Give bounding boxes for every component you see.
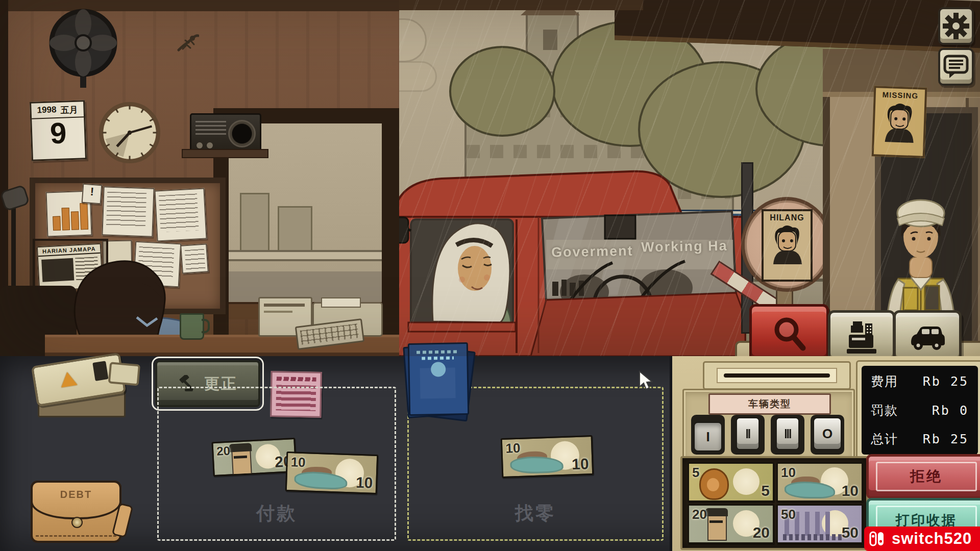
- device-switch: [92, 361, 108, 381]
- bill-value: 20: [216, 443, 231, 458]
- radio-knob: [207, 142, 213, 148]
- game-screen: Goverment Working Ha HILANG: [0, 0, 980, 551]
- city-tower: [278, 206, 312, 257]
- bill-value: 50: [842, 524, 859, 541]
- switch-glyph: O: [813, 417, 842, 450]
- bill-art: [783, 534, 842, 540]
- fine-label: 罚款: [871, 402, 898, 419]
- switch-glyph: III: [776, 417, 799, 450]
- guardrail: [229, 250, 382, 261]
- switch-glyph: II: [736, 417, 760, 450]
- fee-label: 费用: [871, 373, 898, 390]
- reject-button-label: 拒绝: [910, 467, 943, 486]
- banner-text-left: Goverment: [551, 243, 633, 261]
- fee-display: 费用 Rb 25 罚款 Rb 0 总计 Rb 25: [862, 366, 978, 455]
- lizard: [176, 33, 199, 53]
- fee-display-frame: 费用 Rb 25 罚款 Rb 0 总计 Rb 25: [856, 360, 980, 460]
- vehicle-class-switch-3[interactable]: III: [771, 415, 804, 455]
- dialog-button[interactable]: [938, 48, 974, 86]
- bill-portrait: [707, 512, 727, 541]
- missing-boy-portrait: [883, 101, 916, 144]
- vehicle-class-switch-1[interactable]: I: [691, 415, 725, 455]
- bill-value: 50: [781, 507, 796, 522]
- vehicle-button[interactable]: [893, 310, 962, 356]
- inspect-button[interactable]: [749, 304, 829, 356]
- total-value: Rb 25: [923, 432, 969, 446]
- pamphlet-stack[interactable]: [403, 343, 480, 417]
- reject-button[interactable]: 拒绝: [866, 454, 980, 499]
- warning-triangle-icon: [59, 371, 78, 388]
- toll-scene: Goverment Working Ha HILANG: [0, 0, 980, 356]
- door-sill: [408, 322, 516, 332]
- wall-fan: [45, 3, 121, 91]
- exclamation-note: !: [82, 184, 103, 205]
- bill-value: 20: [692, 507, 707, 522]
- bill-portrait: [231, 447, 252, 477]
- fine-row: 罚款 Rb 0: [871, 402, 969, 419]
- calendar-year: 1998: [37, 105, 57, 117]
- radio-speaker: [228, 120, 256, 147]
- truck-hood: [531, 293, 745, 356]
- wall-calendar: 1998 五月 9: [30, 100, 87, 161]
- radio-grill: [195, 121, 226, 136]
- cash-drawer: 5 5 10 10 20 20: [680, 456, 868, 550]
- cash-register-button[interactable]: [828, 310, 895, 356]
- vehicle-class-switch-2[interactable]: II: [731, 415, 765, 455]
- ticket-slot[interactable]: [703, 361, 851, 390]
- settings-button[interactable]: [938, 7, 974, 45]
- radio: [190, 113, 261, 153]
- speech-bubble-icon: [943, 55, 969, 79]
- debt-wallet[interactable]: DEBT: [31, 481, 121, 543]
- vehicle-class-switch-0[interactable]: O: [811, 415, 844, 455]
- drawer-bill-10[interactable]: 10 10: [776, 462, 863, 502]
- rearview-mirror: [605, 215, 635, 239]
- pinned-note: [154, 188, 207, 242]
- ticket-slot-slit: [724, 373, 830, 378]
- fine-value: Rb 0: [932, 403, 969, 418]
- missing-poster-title: MISSING: [876, 90, 925, 100]
- toll-desk-hud: 更正 付款 找零 20 20 10 10 10 10: [0, 356, 980, 551]
- watermark-text: switch520: [890, 527, 980, 551]
- bill-value: 10: [781, 465, 796, 481]
- hilang-poster: HILANG: [762, 209, 813, 282]
- car-icon: [909, 325, 946, 350]
- reject-button-plate: 拒绝: [876, 462, 977, 491]
- city-tower: [240, 193, 270, 255]
- change-bill-10[interactable]: 10 10: [501, 435, 594, 478]
- total-row: 总计 Rb 25: [871, 431, 969, 447]
- drawer-bill-50[interactable]: 50 50: [776, 504, 863, 544]
- gear-icon: [943, 13, 969, 39]
- site-watermark: switch520: [864, 527, 980, 551]
- total-label: 总计: [871, 431, 898, 447]
- hilang-poster-title: HILANG: [764, 213, 811, 222]
- bill-value: 5: [692, 465, 699, 481]
- payment-bill-10[interactable]: 10 10: [285, 452, 379, 494]
- drawer-bill-20[interactable]: 20 20: [688, 504, 774, 544]
- cash-register-icon: [847, 321, 876, 354]
- payment-zone-label: 付款: [159, 501, 395, 526]
- change-zone-label: 找零: [409, 501, 662, 526]
- vehicle-type-label: 车辆类型: [708, 393, 831, 415]
- radio-knob: [197, 142, 203, 148]
- calendar-day: 9: [32, 117, 85, 149]
- pinned-note: [102, 186, 154, 237]
- calendar-month: 五月: [60, 104, 78, 116]
- pamphlet-top: [408, 342, 469, 416]
- bill-value: 10: [842, 482, 859, 499]
- bill-value: 10: [355, 474, 373, 492]
- drawer-bill-5[interactable]: 5 5: [688, 462, 774, 502]
- fee-value: Rb 25: [923, 374, 969, 389]
- missing-poster: MISSING: [872, 86, 927, 158]
- magnifier-icon: [769, 314, 809, 355]
- banner-text-right: Working Ha: [641, 238, 728, 256]
- wall-clock: [99, 102, 160, 163]
- wallet-label: DEBT: [31, 489, 121, 500]
- fee-row: 费用 Rb 25: [871, 373, 969, 390]
- tree: [449, 46, 555, 137]
- mouse-cursor: [638, 370, 655, 391]
- payment-bill-20[interactable]: 20 20: [211, 438, 297, 477]
- device-nozzle: [108, 362, 140, 386]
- switch-logo-icon: [864, 527, 890, 551]
- bill-value: 5: [761, 482, 770, 499]
- wall-post: [382, 108, 399, 356]
